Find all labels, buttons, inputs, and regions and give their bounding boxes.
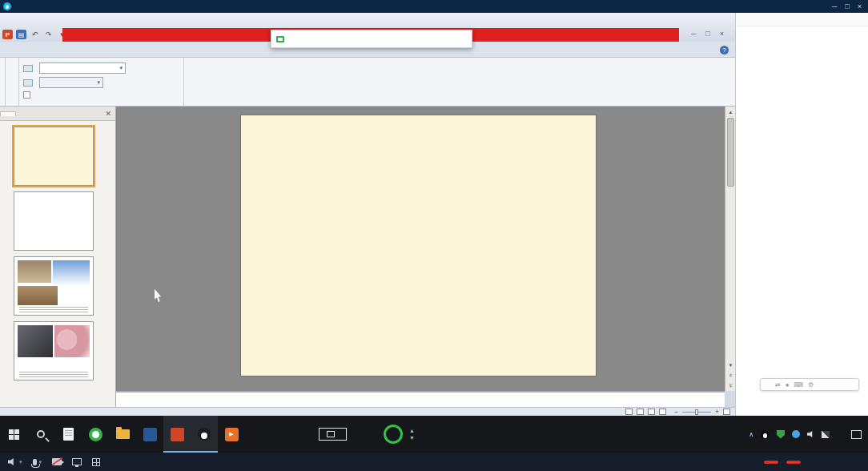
photo-placeholder [18, 260, 51, 283]
ime-mic-icon[interactable]: ● [786, 381, 790, 388]
reading-view-icon[interactable] [648, 409, 655, 415]
normal-view-icon[interactable] [625, 409, 633, 415]
photo-placeholder [18, 286, 58, 305]
minimize-icon[interactable]: ─ [832, 2, 837, 10]
windows-taskbar: ▶ ▲ ▼ ∧ [0, 416, 868, 453]
taskbar-file-explorer[interactable] [109, 416, 136, 453]
taskbar-notepad[interactable] [54, 416, 82, 453]
taskbar-powerpoint[interactable] [163, 416, 191, 453]
redo-icon[interactable]: ↷ [43, 30, 54, 39]
scrollbar-thumb[interactable] [727, 118, 734, 187]
taskbar-qq[interactable] [191, 416, 218, 453]
slide-thumbnail-1[interactable] [14, 127, 94, 186]
help-icon[interactable]: ? [720, 46, 729, 54]
browser-icon [89, 428, 102, 441]
call-control-bar: ▾ ▾ [0, 453, 868, 471]
ppt-close-icon[interactable]: × [720, 30, 724, 38]
qq-titlebar: ─ □ × [0, 0, 868, 13]
tab-outline[interactable] [16, 111, 30, 115]
slide-thumbnail-row [2, 256, 112, 316]
camera-off-icon [52, 458, 62, 465]
ribbon-group-start-slideshow [0, 58, 6, 106]
ribbon: ▾ ▾ [0, 58, 735, 107]
monitor-icon [327, 431, 335, 437]
caption-lines [19, 372, 88, 377]
slide[interactable] [240, 115, 597, 376]
slide-thumbnail-2[interactable] [14, 191, 94, 251]
screen-share-icon [72, 458, 82, 465]
slide-sorter-icon[interactable] [637, 409, 644, 415]
start-button[interactable] [0, 416, 27, 453]
search-button[interactable] [27, 416, 54, 453]
speaker-icon [8, 457, 17, 466]
taskbar-word[interactable] [136, 416, 163, 453]
taskbar-browser[interactable] [82, 416, 109, 453]
mouse-cursor [155, 289, 163, 302]
pane-close-icon[interactable]: ✕ [105, 110, 111, 118]
slide-thumbnail-3[interactable] [14, 256, 94, 316]
slide-number [2, 127, 14, 186]
display-position-dropdown: ▾ [39, 77, 103, 88]
ribbon-group-setup [6, 58, 19, 106]
camera-toggle[interactable] [52, 458, 62, 465]
slide-number [2, 191, 14, 251]
tray-qq-icon[interactable] [761, 430, 770, 439]
close-icon[interactable]: × [858, 2, 862, 10]
save-icon[interactable]: ▤ [16, 30, 26, 39]
zoom-in-icon[interactable]: + [715, 408, 719, 416]
ime-swap-icon[interactable]: ⇄ [775, 381, 781, 388]
maximize-icon[interactable]: □ [845, 2, 849, 10]
quick-access-toolbar: P ▤ ↶ ↷ ▾ [2, 30, 67, 39]
taskbar-video-player[interactable]: ▶ [218, 416, 245, 453]
status-bar: − + [0, 407, 735, 416]
zoom-out-icon[interactable]: − [674, 408, 678, 416]
slideshow-view-icon[interactable] [659, 409, 666, 415]
share-status-popup [271, 30, 472, 48]
slide-scrollbar[interactable]: ▲ ▼ « » [725, 107, 735, 391]
layout-grid-icon [92, 458, 100, 466]
slide-number [2, 256, 14, 316]
word-icon [143, 428, 157, 441]
notes-pane[interactable] [116, 391, 725, 407]
undo-icon[interactable]: ↶ [30, 30, 40, 39]
slide-thumbnail-row [2, 191, 112, 251]
microphone-icon [33, 459, 37, 465]
ppt-restore-icon[interactable]: □ [705, 30, 709, 38]
speaker-control[interactable]: ▾ [8, 457, 22, 466]
slide-thumbnail-4[interactable] [14, 321, 94, 380]
slide-canvas[interactable] [116, 107, 725, 391]
end-call-button[interactable] [786, 461, 801, 464]
ime-toolbar[interactable]: ⇄ ● ⌨ ⚙ [760, 378, 859, 391]
action-center-icon[interactable] [851, 430, 862, 439]
group-members-panel: ⇄ ● ⌨ ⚙ [735, 13, 868, 416]
powerpoint-logo-icon[interactable]: P [2, 30, 13, 39]
checkbox-icon [23, 91, 30, 99]
layout-toggle[interactable] [92, 458, 100, 466]
tab-slides[interactable] [0, 111, 16, 116]
display-position-icon [23, 79, 33, 87]
slide-thumbnail-row [2, 321, 112, 380]
battery-indicator[interactable] [384, 425, 403, 444]
presenter-view-checkbox[interactable] [23, 91, 34, 99]
members-header [736, 13, 868, 26]
zoom-slider[interactable] [682, 412, 711, 413]
tray-security-icon[interactable] [777, 430, 785, 439]
notepad-icon [63, 428, 74, 441]
screen-share-toggle[interactable] [72, 458, 82, 465]
tray-app-icon[interactable] [792, 430, 800, 438]
qq-icon [198, 428, 211, 441]
ppt-minimize-icon[interactable]: ─ [691, 30, 696, 38]
network-speed: ▲ ▼ [409, 427, 415, 441]
resolution-dropdown[interactable]: ▾ [39, 62, 126, 74]
ime-keyboard-icon[interactable]: ⌨ [794, 381, 804, 388]
tray-network-icon[interactable] [822, 431, 830, 438]
display-ratio-box[interactable] [319, 428, 347, 441]
tray-volume-icon[interactable] [807, 431, 814, 438]
microphone-control[interactable]: ▾ [33, 459, 42, 465]
search-icon [37, 430, 45, 438]
tray-expand-icon[interactable]: ∧ [749, 431, 753, 438]
fit-to-window-icon[interactable] [723, 409, 730, 415]
exit-button[interactable] [764, 461, 778, 464]
ribbon-group-monitors: ▾ ▾ [19, 58, 184, 106]
ime-settings-icon[interactable]: ⚙ [808, 381, 814, 388]
